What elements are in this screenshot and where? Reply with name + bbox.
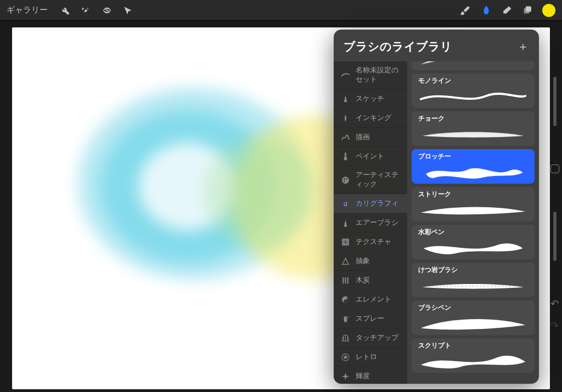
brush-category-list: 名称未設定のセットスケッチインキング描画ペイントアーティスティックaカリグラフィ…	[334, 61, 407, 384]
category-item[interactable]: テクスチャ	[334, 232, 407, 252]
brush-library-panel: ブラシのライブラリ ＋ 名称未設定のセットスケッチインキング描画ペイントアーティ…	[334, 30, 539, 384]
stroke-icon	[340, 70, 350, 80]
category-item[interactable]: 描画	[334, 128, 407, 147]
smudge-tool-icon[interactable]	[480, 4, 493, 17]
brush-stroke-preview	[418, 351, 528, 371]
category-label: カリグラフィ	[356, 199, 398, 208]
category-item[interactable]: インキング	[334, 109, 407, 128]
svg-rect-2	[345, 152, 346, 157]
layers-icon[interactable]	[521, 4, 535, 17]
sparkle-icon	[340, 371, 350, 381]
category-item[interactable]: スプレー	[334, 309, 407, 328]
category-item[interactable]: 抽象	[334, 252, 407, 271]
top-toolbar: ギャラリー S	[0, 0, 562, 21]
brush-stroke-preview	[418, 237, 528, 257]
category-label: スプレー	[356, 314, 384, 323]
add-brush-icon[interactable]: ＋	[517, 38, 529, 55]
brush-list: モノラインチョークブロッチーストリーク水彩ペンけつ岩ブラシブラシペンスクリプト	[407, 61, 539, 384]
brush-tool-icon[interactable]	[459, 4, 472, 17]
category-item[interactable]: ペイント	[334, 147, 407, 166]
brush-stroke-preview	[418, 86, 528, 106]
category-label: テクスチャ	[356, 237, 391, 247]
brush-item[interactable]: ブロッチー	[412, 149, 535, 184]
svg-rect-1	[524, 8, 530, 13]
shell-icon	[340, 333, 350, 343]
brush-item[interactable]: スクリプト	[412, 338, 535, 373]
category-item[interactable]: 木炭	[334, 271, 407, 290]
svg-point-8	[345, 220, 346, 221]
category-item[interactable]: 名称未設定のセット	[334, 61, 407, 89]
star-icon	[340, 352, 350, 362]
category-label: エレメント	[356, 295, 391, 304]
brush-item[interactable]: チョーク	[412, 111, 535, 146]
brush-item[interactable]: モノライン	[412, 73, 535, 108]
svg-point-13	[348, 317, 349, 317]
brush-name: けつ岩ブラシ	[418, 266, 528, 274]
wrench-icon[interactable]	[59, 4, 72, 17]
svg-point-4	[343, 178, 345, 179]
category-label: スケッチ	[356, 94, 384, 104]
cursor-icon[interactable]	[121, 4, 134, 17]
brush-name: スクリプト	[418, 342, 528, 350]
a-icon: a	[340, 198, 350, 208]
category-item[interactable]: タッチアップ	[334, 328, 407, 348]
category-label: タッチアップ	[356, 333, 398, 343]
yinyang-icon	[340, 294, 350, 304]
category-item[interactable]: aカリグラフィ	[334, 194, 407, 213]
eraser-tool-icon[interactable]	[501, 4, 514, 17]
brush-name: ブロッチー	[418, 152, 528, 161]
shape-button[interactable]	[550, 164, 559, 173]
pencil-icon	[340, 94, 350, 104]
brush-name: チョーク	[418, 115, 528, 123]
category-item[interactable]: 輝度	[334, 367, 407, 384]
svg-point-3	[342, 177, 349, 184]
gallery-link[interactable]: ギャラリー	[7, 5, 48, 15]
redo-icon[interactable]: ↷	[550, 320, 559, 332]
brush-item[interactable]: ブラシペン	[412, 300, 535, 335]
category-label: ペイント	[356, 152, 384, 161]
category-item[interactable]: アーティスティック	[334, 166, 407, 194]
category-item[interactable]: レトロ	[334, 348, 407, 367]
spray-icon	[340, 218, 350, 228]
svg-rect-11	[344, 316, 347, 322]
brush-stroke-preview	[418, 162, 528, 181]
color-picker-swatch[interactable]	[542, 4, 555, 17]
triangle-icon	[340, 256, 350, 266]
brush-stroke-preview	[418, 275, 528, 295]
right-slider-rail	[550, 77, 560, 261]
opacity-slider[interactable]	[553, 212, 557, 261]
category-label: 抽象	[356, 257, 370, 266]
brush-stroke-preview	[418, 61, 528, 68]
can-icon	[340, 314, 350, 323]
pen-icon	[340, 113, 350, 123]
brush-name: ストリーク	[418, 190, 528, 198]
category-label: 名称未設定のセット	[356, 66, 403, 84]
svg-point-5	[346, 178, 347, 179]
svg-point-6	[343, 180, 345, 182]
brush-item[interactable]: 水彩ペン	[412, 225, 535, 259]
svg-text:a: a	[343, 199, 347, 208]
category-label: レトロ	[356, 353, 377, 362]
brush-item[interactable]	[412, 61, 535, 70]
palette-icon	[340, 175, 350, 185]
brush-stroke-preview	[418, 200, 528, 219]
texture-icon	[340, 237, 350, 247]
category-label: エアーブラシ	[356, 218, 398, 228]
undo-icon[interactable]: ↶	[550, 298, 559, 310]
category-label: 輝度	[356, 372, 370, 381]
category-label: 木炭	[356, 276, 370, 285]
wand-icon[interactable]	[80, 4, 93, 17]
category-item[interactable]: エレメント	[334, 290, 407, 309]
bars-icon	[340, 275, 350, 285]
brush-item[interactable]: けつ岩ブラシ	[412, 263, 535, 297]
category-item[interactable]: エアーブラシ	[334, 213, 407, 232]
select-icon[interactable]: S	[100, 4, 114, 17]
size-slider[interactable]	[553, 77, 557, 126]
brush-item[interactable]: ストリーク	[412, 187, 535, 221]
squiggle-icon	[340, 132, 350, 142]
brush-icon	[340, 151, 350, 161]
panel-title: ブラシのライブラリ	[344, 39, 452, 54]
category-item[interactable]: スケッチ	[334, 89, 407, 109]
brush-name: 水彩ペン	[418, 228, 528, 236]
brush-stroke-preview	[418, 313, 528, 333]
